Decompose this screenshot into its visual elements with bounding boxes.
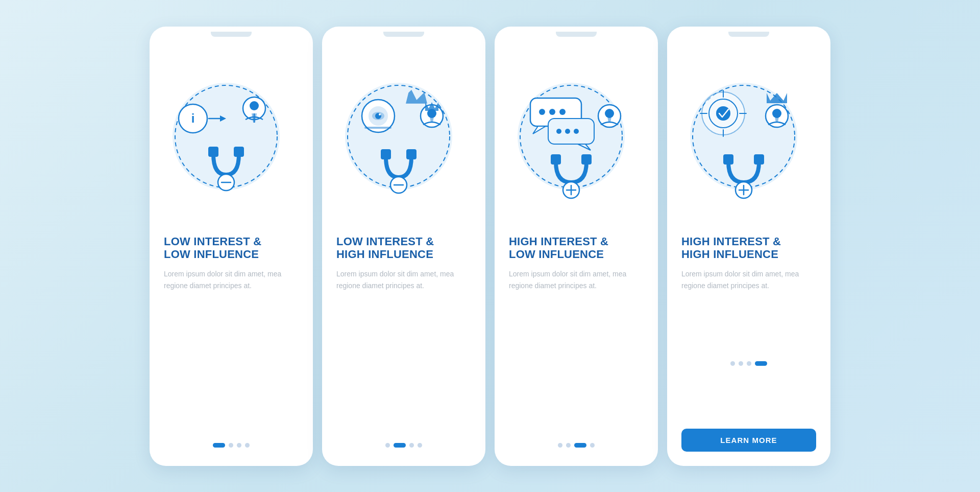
svg-rect-27 (381, 149, 391, 159)
svg-text:i: i (191, 111, 195, 125)
svg-point-36 (559, 109, 566, 115)
phone-notch-3 (556, 32, 597, 37)
card-body-1: Lorem ipsum dolor sit dim amet, mea regi… (164, 268, 299, 291)
dot-3-1 (558, 443, 562, 448)
dot-4-2 (739, 361, 743, 366)
card-body-2: Lorem ipsum dolor sit dim amet, mea regi… (336, 268, 471, 291)
card-body-3: Lorem ipsum dolor sit dim amet, mea regi… (509, 268, 644, 291)
dot-2-4 (418, 443, 422, 448)
dot-3-2 (566, 443, 571, 448)
phone-notch (211, 32, 252, 37)
card-title-1: LOW INTEREST &LOW INFLUENCE (164, 235, 261, 262)
dot-2-2 (394, 443, 406, 448)
svg-rect-65 (723, 154, 733, 165)
svg-point-35 (549, 109, 555, 115)
phone-notch-4 (728, 32, 769, 37)
svg-point-14 (345, 83, 452, 190)
dots-2 (385, 443, 422, 448)
illustration-4 (667, 37, 830, 226)
svg-rect-46 (551, 154, 561, 165)
svg-point-34 (539, 109, 545, 115)
dot-3-3 (574, 443, 586, 448)
svg-rect-66 (754, 154, 764, 165)
phone-card-2: LOW INTEREST &HIGH INFLUENCE Lorem ipsum… (322, 27, 485, 466)
learn-more-button[interactable]: LEARN MORE (681, 429, 816, 452)
card-content-1: LOW INTEREST &LOW INFLUENCE Lorem ipsum … (150, 226, 313, 466)
card-content-4: HIGH INTEREST &HIGH INFLUENCE Lorem ipsu… (667, 226, 830, 466)
illustration-3 (495, 37, 658, 226)
dots-3 (558, 443, 595, 448)
illustration-1: i (150, 37, 313, 226)
svg-point-56 (716, 106, 730, 121)
phone-card-1: i LOW INTEREST &LOW INFL (150, 27, 313, 466)
dot-1-1 (213, 443, 225, 448)
phone-card-4: HIGH INTEREST &HIGH INFLUENCE Lorem ipsu… (667, 27, 830, 466)
dot-1-4 (245, 443, 250, 448)
svg-rect-47 (581, 154, 592, 165)
svg-rect-10 (208, 147, 218, 157)
illustration-2 (322, 37, 485, 226)
dot-4-4 (755, 361, 767, 366)
dot-4-3 (747, 361, 751, 366)
dot-1-2 (229, 443, 233, 448)
svg-rect-38 (548, 119, 594, 144)
main-container: i LOW INTEREST &LOW INFL (134, 6, 846, 486)
phone-card-3: HIGH INTEREST &LOW INFLUENCE Lorem ipsum… (495, 27, 658, 466)
dot-3-4 (590, 443, 595, 448)
dots-4 (730, 361, 767, 366)
card-title-3: HIGH INTEREST &LOW INFLUENCE (509, 235, 608, 262)
svg-point-7 (250, 101, 259, 110)
dots-1 (213, 443, 250, 448)
dot-1-3 (237, 443, 241, 448)
svg-point-41 (574, 129, 579, 134)
card-title-2: LOW INTEREST &HIGH INFLUENCE (336, 235, 434, 262)
dot-4-1 (730, 361, 735, 366)
dot-2-3 (409, 443, 414, 448)
card-title-4: HIGH INTEREST &HIGH INFLUENCE (681, 235, 781, 262)
dot-2-1 (385, 443, 390, 448)
card-content-3: HIGH INTEREST &LOW INFLUENCE Lorem ipsum… (495, 226, 658, 466)
svg-point-40 (565, 129, 570, 134)
svg-rect-28 (406, 149, 416, 159)
phone-notch-2 (383, 32, 424, 37)
svg-rect-11 (234, 147, 244, 157)
card-content-2: LOW INTEREST &HIGH INFLUENCE Lorem ipsum… (322, 226, 485, 466)
card-body-4: Lorem ipsum dolor sit dim amet, mea regi… (681, 268, 816, 291)
svg-point-20 (379, 113, 381, 115)
svg-point-39 (556, 129, 561, 134)
